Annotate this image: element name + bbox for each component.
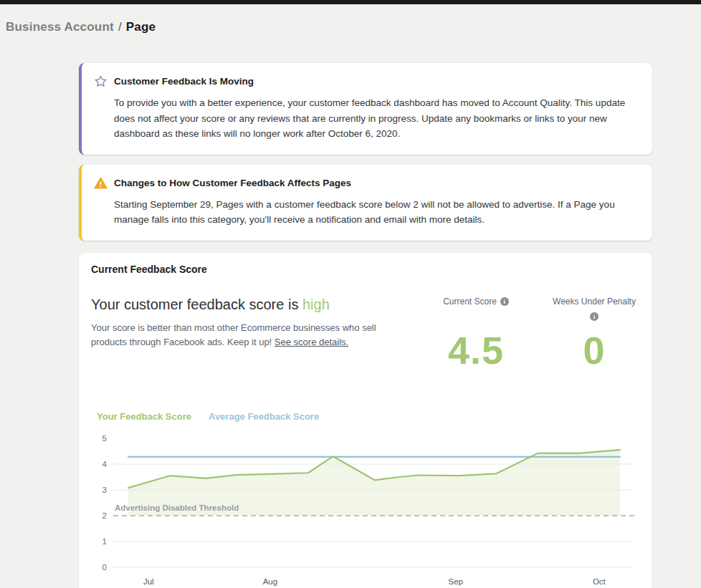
svg-text:2: 2 <box>102 511 107 520</box>
svg-text:3: 3 <box>102 486 107 494</box>
breadcrumb-current-page: Page <box>126 20 156 34</box>
notice-body: To provide you with a better experience,… <box>114 95 635 142</box>
svg-text:0: 0 <box>102 563 107 572</box>
svg-text:Aug: Aug <box>263 577 277 586</box>
stat-current-score: Current Score i 4.5 <box>419 297 533 372</box>
score-rating: high <box>302 297 330 312</box>
see-score-details-link[interactable]: See score details. <box>275 337 348 347</box>
legend-item-your-feedback-score[interactable]: Your Feedback Score <box>97 411 191 422</box>
score-description: Your score is better than most other Eco… <box>91 321 398 350</box>
stat-weeks-under-penalty: Weeks Under Penalty i 0 <box>533 297 655 372</box>
stat-label: Weeks Under Penalty <box>553 297 636 307</box>
stat-value: 0 <box>583 328 605 372</box>
chart-legend: Your Feedback Score Average Feedback Sco… <box>97 411 638 422</box>
star-icon <box>94 74 108 88</box>
notice-card-feedback-affects-pages: Changes to How Customer Feedback Affects… <box>79 165 652 241</box>
svg-text:5: 5 <box>102 434 107 443</box>
feedback-score-chart: Advertising Disabled Threshold012345JulA… <box>91 426 638 588</box>
breadcrumb: Business Account/Page <box>0 4 701 34</box>
card-title: Current Feedback Score <box>91 264 638 275</box>
info-icon[interactable]: i <box>590 312 599 321</box>
score-stats: Current Score i 4.5 Weeks Under Penalty … <box>419 297 655 372</box>
notice-title: Changes to How Customer Feedback Affects… <box>114 178 351 188</box>
legend-item-average-feedback-score[interactable]: Average Feedback Score <box>209 411 319 422</box>
stat-label: Current Score <box>443 297 497 307</box>
notice-body: Starting September 29, Pages with a cust… <box>114 197 635 228</box>
svg-text:1: 1 <box>102 537 107 546</box>
warning-icon <box>94 176 108 190</box>
chart-canvas: Advertising Disabled Threshold012345JulA… <box>91 426 636 588</box>
svg-text:Advertising Disabled Threshold: Advertising Disabled Threshold <box>115 503 239 512</box>
svg-text:Jul: Jul <box>143 577 154 586</box>
breadcrumb-separator: / <box>114 20 126 34</box>
breadcrumb-business-account-link[interactable]: Business Account <box>6 20 114 34</box>
current-feedback-score-card: Current Feedback Score Your customer fee… <box>79 253 652 588</box>
svg-text:Sep: Sep <box>449 577 463 586</box>
svg-text:Oct: Oct <box>593 577 606 586</box>
notice-card-feedback-moving: Customer Feedback Is Moving To provide y… <box>79 63 652 155</box>
stat-value: 4.5 <box>448 328 504 372</box>
score-headline: Your customer feedback score is high <box>91 297 419 313</box>
svg-text:4: 4 <box>102 460 108 468</box>
info-icon[interactable]: i <box>500 297 509 306</box>
notice-title: Customer Feedback Is Moving <box>114 76 254 87</box>
main-content: Customer Feedback Is Moving To provide y… <box>79 63 652 588</box>
